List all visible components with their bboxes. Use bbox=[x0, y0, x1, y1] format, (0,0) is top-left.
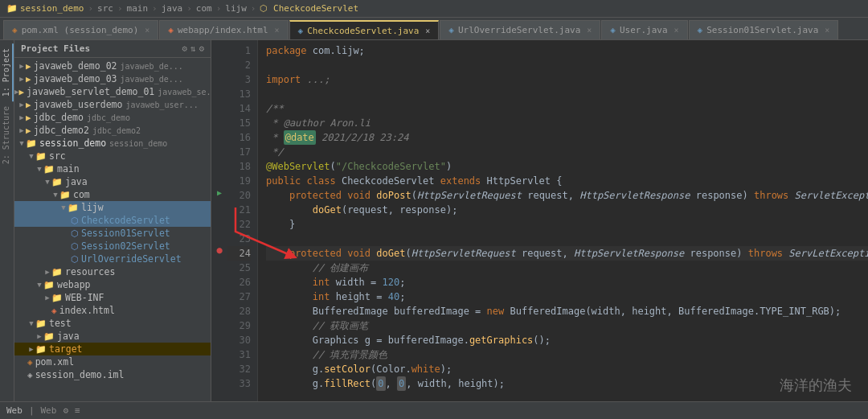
bottom-web2-label[interactable]: Web bbox=[41, 405, 57, 416]
folder-lijw-icon: 📁 bbox=[68, 203, 79, 213]
tree-indexhtml[interactable]: ◈ index.html bbox=[14, 304, 211, 317]
tree-label: javaweb_servlet_demo_01 bbox=[27, 86, 154, 97]
tree-com[interactable]: ▼ 📁 com bbox=[14, 188, 211, 201]
tree-pomxml-label: pom.xml bbox=[35, 356, 74, 368]
project-tab-btn[interactable]: 1: Project bbox=[0, 43, 14, 101]
expand-arrow: ▶ bbox=[35, 332, 43, 340]
gutter-17 bbox=[211, 142, 227, 156]
tree-testjava[interactable]: ▶ 📁 java bbox=[14, 330, 211, 343]
tree-test[interactable]: ▼ 📁 test bbox=[14, 317, 211, 330]
tab-user-close[interactable]: × bbox=[674, 26, 679, 35]
indent-30 bbox=[266, 333, 313, 347]
expand-arrow: ▼ bbox=[35, 165, 43, 173]
tree-test-label: test bbox=[49, 318, 72, 329]
breadcrumb: 📁 session_demo › src › main › java › com… bbox=[6, 3, 358, 14]
num-120: 120 bbox=[383, 275, 400, 290]
tab-pom-label: pom.xml (session_demo) bbox=[22, 25, 139, 35]
var-g32: g. bbox=[313, 362, 324, 376]
param-0-1: 0 bbox=[376, 376, 385, 391]
gutter-13 bbox=[211, 84, 227, 98]
kw-public: public class bbox=[266, 174, 336, 188]
sidebar-expand-icon[interactable]: ⇅ bbox=[190, 43, 196, 54]
comment-25: // 创建画布 bbox=[313, 261, 369, 275]
code-container[interactable]: ▶ ● 1 2 3 13 14 bbox=[211, 40, 868, 401]
tree-pomxml[interactable]: ◈ pom.xml bbox=[14, 355, 211, 368]
sidebar-settings-icon[interactable]: ⚙ bbox=[182, 43, 187, 54]
tab-html-close[interactable]: × bbox=[275, 26, 280, 35]
tree-main[interactable]: ▼ 📁 main bbox=[14, 162, 211, 175]
tree-jdbc[interactable]: ▶ ▶ jdbc_demo jdbc_demo bbox=[14, 111, 211, 124]
tree-webapp[interactable]: ▼ 📁 webapp bbox=[14, 278, 211, 291]
method-setcolor: setColor bbox=[324, 362, 371, 376]
folder-icon: ▶ bbox=[18, 87, 24, 97]
tab-urloverride[interactable]: ◈ UrlOverrideServlet.java × bbox=[440, 20, 600, 39]
tree-userdemo[interactable]: ▶ ▶ javaweb_userdemo javaweb_user... bbox=[14, 98, 211, 111]
bottom-gear-icon[interactable]: ⚙ bbox=[63, 405, 68, 416]
code-line-28: BufferedImage bufferedImage = new Buffer… bbox=[266, 304, 868, 318]
tree-session02[interactable]: ⬡ Session02Servlet bbox=[14, 240, 211, 253]
param-name1: request, bbox=[522, 188, 579, 203]
tab-checkcode[interactable]: ◈ CheckcodeServlet.java × bbox=[289, 20, 440, 39]
tree-urloverride[interactable]: ⬡ UrlOverrideServlet bbox=[14, 253, 211, 265]
var-height: height = bbox=[330, 290, 387, 304]
gutter-29 bbox=[211, 315, 227, 330]
tree-session01[interactable]: ⬡ Session01Servlet bbox=[14, 227, 211, 240]
import-ellipsis: ...; bbox=[301, 72, 330, 87]
tree-webapp-label: webapp bbox=[57, 279, 91, 290]
bottom-separator: | bbox=[29, 405, 35, 416]
tab-session01-close[interactable]: × bbox=[825, 26, 829, 35]
tab-html[interactable]: ◈ webapp/index.html × bbox=[159, 20, 288, 39]
tree-checkcode[interactable]: ⬡ CheckcodeServlet bbox=[14, 214, 211, 227]
tab-session01[interactable]: ◈ Session01Servlet.java × bbox=[689, 20, 839, 39]
code-line-3: import ...; bbox=[266, 72, 868, 87]
sidebar-gear-icon[interactable]: ⚙ bbox=[199, 43, 204, 54]
tree-label: jdbc_demo bbox=[34, 112, 84, 123]
tab-user[interactable]: ◈ User.java × bbox=[601, 20, 687, 39]
tree-lijw-label: lijw bbox=[81, 202, 104, 213]
tab-bar: ◈ pom.xml (session_demo) × ◈ webapp/inde… bbox=[0, 18, 868, 40]
tree-sublabel: jdbc_demo bbox=[87, 113, 130, 122]
sidebar-header: Project Files ⚙ ⇅ ⚙ bbox=[14, 40, 211, 58]
var-bi: bufferedImage = bbox=[388, 304, 487, 318]
code-line-33: g.fillRect(0, 0, width, height); bbox=[266, 376, 868, 391]
tree-servlet01[interactable]: ▶ ▶ javaweb_servlet_demo_01 javaweb_se..… bbox=[14, 85, 211, 98]
structure-tab-btn[interactable]: 2: Structure bbox=[0, 101, 14, 169]
indent-22: } bbox=[266, 217, 295, 232]
tree-javaweb02[interactable]: ▶ ▶ javaweb_demo_02 javaweb_de... bbox=[14, 60, 211, 72]
code-line-29: // 获取画笔 bbox=[266, 318, 868, 333]
tree-lijw[interactable]: ▼ 📁 lijw bbox=[14, 201, 211, 214]
tree-webinf[interactable]: ▶ 📁 WEB-INF bbox=[14, 291, 211, 304]
tab-urloverride-close[interactable]: × bbox=[587, 26, 592, 35]
code-line-31: // 填充背景颜色 bbox=[266, 347, 868, 362]
tab-pom-close[interactable]: × bbox=[145, 26, 149, 35]
sidebar-actions: ⚙ ⇅ ⚙ bbox=[182, 43, 204, 54]
tab-checkcode-icon: ◈ bbox=[298, 26, 304, 36]
tree-javaweb03[interactable]: ▶ ▶ javaweb_demo_03 javaweb_de... bbox=[14, 72, 211, 85]
code-editor[interactable]: package com.lijw; import ...; /** * @aut… bbox=[258, 40, 868, 401]
servlet-checkcode-icon: ⬡ bbox=[71, 216, 79, 226]
tree-session-sublabel: session_demo bbox=[109, 139, 167, 148]
ln-29: 29 bbox=[227, 318, 251, 333]
expand-arrow: ▶ bbox=[43, 268, 51, 276]
tree-iml[interactable]: ◈ session_demo.iml bbox=[14, 368, 211, 381]
tree-resources[interactable]: ▶ 📁 resources bbox=[14, 265, 211, 278]
tree-target[interactable]: ▶ 📁 target bbox=[14, 343, 211, 355]
tree-java[interactable]: ▼ 📁 java bbox=[14, 175, 211, 188]
semi28: ); bbox=[829, 304, 841, 318]
folder-java-icon: 📁 bbox=[51, 177, 63, 187]
bottom-menu-icon[interactable]: ≡ bbox=[75, 405, 80, 416]
tree-com-label: com bbox=[73, 189, 90, 200]
comment-29: // 获取画笔 bbox=[313, 318, 369, 333]
tab-checkcode-close[interactable]: × bbox=[425, 27, 430, 35]
tab-pom[interactable]: ◈ pom.xml (session_demo) × bbox=[3, 20, 158, 39]
var-g30: g = bufferedImage. bbox=[359, 333, 469, 347]
code-line-25: // 创建画布 bbox=[266, 261, 868, 275]
code-line-24: protected void doGet(HttpServletRequest … bbox=[266, 246, 868, 261]
tree-src[interactable]: ▼ 📁 src bbox=[14, 150, 211, 162]
gutter-20: ▶ bbox=[211, 185, 227, 199]
tree-session[interactable]: ▼ 📁 session_demo session_demo bbox=[14, 137, 211, 150]
code-line-21: doGet(request, response); bbox=[266, 203, 868, 217]
folder-testjava-icon: 📁 bbox=[43, 331, 55, 342]
tree-jdbc2[interactable]: ▶ ▶ jdbc_demo2 jdbc_demo2 bbox=[14, 124, 211, 137]
bottom-web-label[interactable]: Web bbox=[6, 405, 23, 416]
